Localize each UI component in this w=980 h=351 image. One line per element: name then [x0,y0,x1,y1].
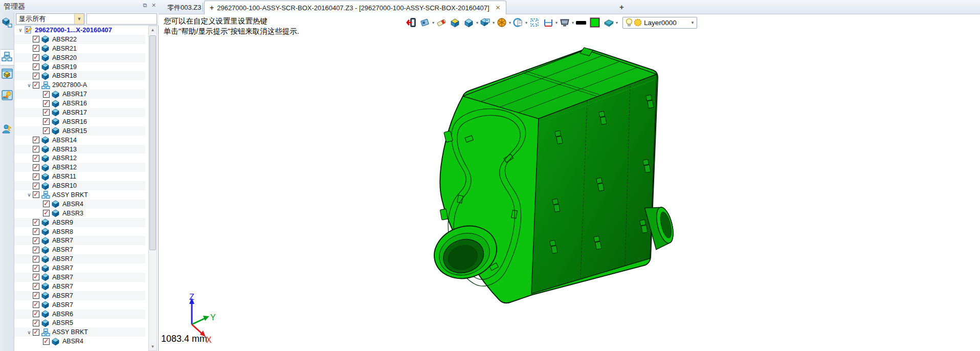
display-mode-icon[interactable] [463,17,475,28]
visibility-checkbox[interactable] [33,164,39,171]
visibility-checkbox[interactable] [33,256,39,262]
tree-item[interactable]: ABSR7 [14,282,145,291]
exit-assembly-icon[interactable] [406,17,417,28]
scroll-up-icon[interactable]: ▲ [149,26,157,34]
tree-item[interactable]: ABSR22 [14,35,145,44]
zoom-extents-icon[interactable] [529,17,540,28]
visibility-checkbox[interactable] [33,183,39,189]
tree-scrollbar[interactable]: ▲ ▼ [148,26,157,351]
tree-item[interactable]: ABSR10 [14,181,145,190]
tree-item[interactable]: ABSR11 [14,172,145,181]
tree-item[interactable]: ABSR7 [14,264,145,273]
tree-item[interactable]: ABSR7 [14,254,145,264]
visibility-checkbox[interactable] [33,146,39,152]
tree-item[interactable]: ABSR20 [14,53,145,62]
filter-dropdown[interactable]: 显示所有 ▼ [16,13,84,25]
tree-item[interactable]: ABSR4 [14,337,145,346]
visibility-checkbox[interactable] [43,109,50,116]
view-window-icon[interactable] [1,65,14,82]
3d-model-scr-box[interactable] [430,43,685,315]
panel-float-icon[interactable]: ⧉ [141,2,149,9]
visibility-checkbox[interactable] [33,283,39,290]
tree-item[interactable]: ABSR15 [14,126,145,136]
tree-item[interactable]: ABSR17 [14,108,145,117]
expand-caret-icon[interactable]: ∨ [26,82,33,88]
visibility-checkbox[interactable] [43,201,50,207]
eraser-icon[interactable] [436,17,447,28]
visibility-checkbox[interactable] [33,36,39,42]
tree-search-input[interactable] [86,13,157,25]
tree-item[interactable]: ABSR16 [14,117,145,126]
new-tab-button[interactable]: + [619,3,624,11]
visibility-checkbox[interactable] [33,292,39,299]
inquire-box-icon[interactable] [480,17,491,28]
dropdown-caret-icon[interactable]: ▾ [554,20,559,25]
section-wheel-icon[interactable] [496,17,507,28]
part-reference-icon[interactable] [1,14,14,31]
render-display-icon[interactable] [559,17,570,28]
visibility-checkbox[interactable] [33,155,39,162]
tree-item[interactable]: ABSR12 [14,163,145,172]
visibility-checkbox[interactable] [33,247,39,253]
view-plane-icon[interactable] [419,17,431,28]
shaded-box-icon[interactable] [450,17,461,28]
visibility-checkbox[interactable] [33,228,39,235]
visibility-checkbox[interactable] [43,91,50,98]
visibility-checkbox[interactable] [33,329,39,336]
tab-close-icon[interactable]: ✕ [496,4,501,11]
expand-caret-icon[interactable]: ∨ [26,192,33,198]
visibility-checkbox[interactable] [33,219,39,226]
tree-item[interactable]: ABSR7 [14,273,145,282]
visibility-checkbox[interactable] [43,338,50,345]
tree-item[interactable]: ABSR9 [14,218,145,227]
tree-item[interactable]: ABSR12 [14,153,145,163]
scrollbar-thumb[interactable] [149,35,156,250]
visibility-checkbox[interactable] [33,265,39,272]
dropdown-caret-icon[interactable]: ▾ [431,20,436,25]
tree-item[interactable]: ABSR18 [14,71,145,80]
tree-item[interactable]: ABSR7 [14,300,145,310]
layer-combobox[interactable]: Layer0000▼ [622,17,697,29]
visibility-checkbox[interactable] [33,274,39,280]
dropdown-caret-icon[interactable]: ▾ [524,20,529,25]
dropdown-caret-icon[interactable]: ▾ [507,20,513,25]
tree-item[interactable]: ∨ ASSY BRKT [14,190,145,200]
scroll-down-icon[interactable]: ▼ [149,343,157,350]
visibility-checkbox[interactable] [33,320,39,326]
color-swatch[interactable] [589,17,600,28]
visibility-checkbox[interactable] [33,73,39,79]
dropdown-caret-icon[interactable]: ▾ [570,20,575,25]
visibility-checkbox[interactable] [33,237,39,244]
tree-item[interactable]: ABSR16 [14,99,145,108]
expand-caret-icon[interactable]: ∨ [17,27,24,33]
render-image-icon[interactable] [1,87,14,103]
tree-item[interactable]: ABSR19 [14,62,145,72]
tree-item[interactable]: ABSR7 [14,236,145,245]
graphics-viewport[interactable]: 您可以在自定义设置里设置热键 单击"帮助/显示提示"按钮来取消这些提示. ▾ ▾… [159,14,980,351]
visibility-checkbox[interactable] [33,191,39,198]
visibility-checkbox[interactable] [43,127,50,134]
visibility-checkbox[interactable] [33,301,39,308]
visibility-checkbox[interactable] [43,100,50,107]
visibility-checkbox[interactable] [33,137,39,143]
line-width-swatch[interactable] [575,17,587,28]
panel-close-icon[interactable]: ✕ [150,2,158,9]
tree-item[interactable]: ∨ ASSY BRKT [14,327,145,337]
preview-page-icon[interactable] [513,17,524,28]
tree-item[interactable]: ABSR14 [14,136,145,145]
tree-root-item[interactable]: ∨29627000-1...X-20160407 [14,26,145,35]
tree-item[interactable]: ABSR7 [14,245,145,254]
layer-slab-icon[interactable] [603,17,614,28]
assembly-manager-icon[interactable] [1,49,14,65]
tree-item[interactable]: ∨ 29027800-A [14,80,145,90]
tree-item[interactable]: ABSR8 [14,227,145,236]
visibility-checkbox[interactable] [33,45,39,52]
visibility-checkbox[interactable] [43,210,50,216]
dropdown-caret-icon[interactable]: ▾ [491,20,496,25]
dropdown-caret-icon[interactable]: ▾ [475,20,480,25]
tab-assy-scr-box[interactable]: + 29627000-100-ASSY-SCR-BOX-20160407.Z3 … [204,1,506,14]
visibility-checkbox[interactable] [33,82,39,89]
expand-caret-icon[interactable]: ∨ [26,330,33,335]
tree-item[interactable]: ABSR21 [14,44,145,53]
tree-item[interactable]: ABSR3 [14,209,145,218]
